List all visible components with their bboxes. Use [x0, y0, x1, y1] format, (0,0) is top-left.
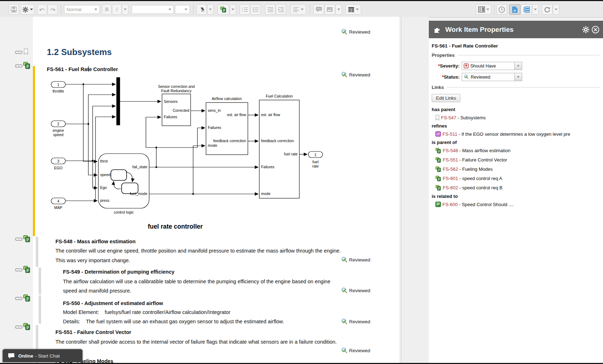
- link-role-refines: refines: [432, 123, 447, 129]
- indent-button[interactable]: [276, 4, 286, 15]
- workitem-icon[interactable]: [23, 61, 31, 71]
- close-icon[interactable]: [592, 26, 599, 34]
- document-view-button[interactable]: A: [509, 4, 520, 15]
- numbered-list-button[interactable]: 1 2 3: [240, 4, 250, 15]
- workitem-link[interactable]: FS-511: [442, 131, 457, 137]
- fuel-rate-controller-diagram[interactable]: 1 2 3 4 1 throttle engine speed EGO MAP …: [46, 73, 336, 238]
- sensor-port-corrected: Corrected: [173, 108, 189, 113]
- workitem-link[interactable]: FS-600: [442, 202, 458, 207]
- status-dropdown[interactable]: Reviewed: [462, 73, 515, 81]
- change-request-icon: [435, 131, 441, 137]
- outdent-button[interactable]: [265, 4, 275, 15]
- workitem-link[interactable]: FS-562: [443, 166, 458, 172]
- severity-dropdown-arrow[interactable]: [515, 62, 522, 70]
- workitem-icon[interactable]: [23, 323, 31, 332]
- status-badge: Reviewed: [341, 287, 370, 294]
- workitem-heading-fs561[interactable]: FS-561 - Fuel Rate Controller: [47, 66, 118, 72]
- insert-image-more-button[interactable]: [335, 4, 342, 15]
- link-icon[interactable]: [15, 324, 23, 331]
- outline-view-button[interactable]: [521, 4, 532, 15]
- layout-panels-button[interactable]: [476, 4, 491, 15]
- linked-item-row[interactable]: FS-562 - Fueling Modes: [435, 166, 492, 172]
- refresh-button[interactable]: [542, 4, 553, 15]
- eraser-more-button[interactable]: [207, 4, 214, 15]
- workitem-link[interactable]: FS-601: [443, 176, 458, 181]
- comment-button[interactable]: [313, 4, 324, 15]
- linked-item-row[interactable]: FS-547 - Subsystems: [435, 115, 486, 121]
- link-icon[interactable]: [15, 296, 23, 302]
- workitem-body-line[interactable]: This was very important change.: [55, 258, 130, 263]
- linked-item-row[interactable]: FS-511 - If the EGO sensor determines a …: [435, 131, 570, 137]
- linked-item-row[interactable]: FS-548 - Mass airflow estimation: [435, 148, 510, 154]
- workitem-icon: [435, 166, 441, 172]
- severity-dropdown[interactable]: Should Have: [462, 62, 515, 70]
- workitem-icon[interactable]: [23, 265, 31, 275]
- bold-button[interactable]: B: [102, 4, 112, 15]
- workitem-link[interactable]: FS-547: [441, 115, 456, 120]
- insert-workitem-more-button[interactable]: [230, 4, 236, 15]
- insert-image-button[interactable]: [324, 4, 335, 15]
- linked-item-row[interactable]: FS-551 - Failure Control Vector: [435, 157, 507, 163]
- workitem-heading-fs548[interactable]: FS-548 - Mass airflow estimation: [55, 239, 136, 244]
- workitem-body-line[interactable]: The controller shall provide access to t…: [55, 339, 337, 345]
- insert-workitem-button[interactable]: [217, 4, 229, 15]
- alignment-button[interactable]: [290, 4, 306, 15]
- refresh-icon: [544, 6, 550, 13]
- status-row: *Status: Reviewed: [432, 73, 522, 81]
- link-icon[interactable]: [15, 63, 23, 70]
- linked-item-row[interactable]: FS-601 - speed control req A: [435, 175, 502, 181]
- redo-button[interactable]: [48, 4, 58, 15]
- airflow-block-title: Airflow calculation: [212, 96, 242, 101]
- workitem-link[interactable]: FS-602: [443, 185, 458, 190]
- workitem-link[interactable]: FS-551: [443, 157, 458, 163]
- linked-item-row[interactable]: FS-602 - speed control req B: [435, 185, 502, 191]
- svg-text:3: 3: [242, 10, 243, 13]
- eraser-button[interactable]: [196, 4, 207, 15]
- status-dropdown-arrow[interactable]: [515, 73, 522, 81]
- link-icon[interactable]: [15, 267, 23, 274]
- link-icon[interactable]: [15, 236, 23, 243]
- history-button[interactable]: [496, 4, 507, 15]
- save-button[interactable]: [9, 4, 19, 15]
- live-chat-button[interactable]: Online - Start Chat: [3, 349, 83, 362]
- link-icon[interactable]: [15, 50, 23, 56]
- workitem-link-title: - Subsystems: [456, 115, 486, 120]
- font-size-select[interactable]: [175, 5, 190, 14]
- workitem-body-line[interactable]: The airflow calculation will use a calib…: [63, 279, 330, 284]
- linked-item-row[interactable]: FS-600 - Speed Control Should ....: [435, 201, 514, 207]
- document-actions-button[interactable]: [21, 4, 34, 15]
- paragraph-style-select[interactable]: Normal: [64, 5, 100, 14]
- view-more-button[interactable]: [532, 4, 539, 15]
- italic-button[interactable]: I: [112, 4, 122, 15]
- workitem-icon[interactable]: [23, 235, 31, 244]
- workitem-link[interactable]: FS-548: [443, 148, 458, 153]
- text-style-more-button[interactable]: [122, 4, 128, 15]
- inport-1-label: throttle: [53, 89, 64, 93]
- font-family-select[interactable]: [132, 5, 174, 14]
- status-badge-label: Reviewed: [349, 257, 370, 263]
- refresh-more-button[interactable]: [553, 4, 559, 15]
- edit-links-button[interactable]: Edit Links: [432, 94, 460, 102]
- workitem-body-line[interactable]: speed and manifold pressure.: [63, 288, 131, 294]
- chevron-down-icon: [231, 9, 234, 10]
- workitem-body-line[interactable]: The controller will use engine speed, th…: [55, 248, 341, 254]
- bookmark-icon[interactable]: [24, 48, 28, 56]
- chat-bubble-icon: [8, 353, 15, 359]
- workitem-heading-fs549[interactable]: FS-549 - Determination of pumping effici…: [63, 269, 175, 275]
- sensor-block-title-line2: Fault Redundancy: [161, 89, 192, 93]
- workitem-body-line[interactable]: Details: The fuel system will use an exh…: [63, 319, 284, 324]
- change-bar-fs561: [33, 66, 35, 236]
- workitem-icon[interactable]: [23, 294, 31, 303]
- inport-3-number: 3: [57, 159, 59, 163]
- insert-table-button[interactable]: [345, 4, 361, 15]
- workitem-icon: [220, 6, 227, 13]
- workitem-heading-fs551[interactable]: FS-551 - Failure Control Vector: [55, 329, 131, 335]
- workitem-heading-fs550[interactable]: FS-550 - Adjustment of estimated airflow: [63, 300, 163, 306]
- undo-button[interactable]: [37, 4, 47, 15]
- chevron-down-icon: [209, 9, 212, 10]
- panel-settings-gear-icon[interactable]: [582, 26, 590, 34]
- bullet-list-button[interactable]: [250, 4, 261, 15]
- workitem-body-line[interactable]: Model Element: fuelsys/fuel rate control…: [63, 309, 230, 315]
- workitem-icon: [435, 175, 441, 181]
- inport-2-label-line1: engine: [53, 128, 64, 133]
